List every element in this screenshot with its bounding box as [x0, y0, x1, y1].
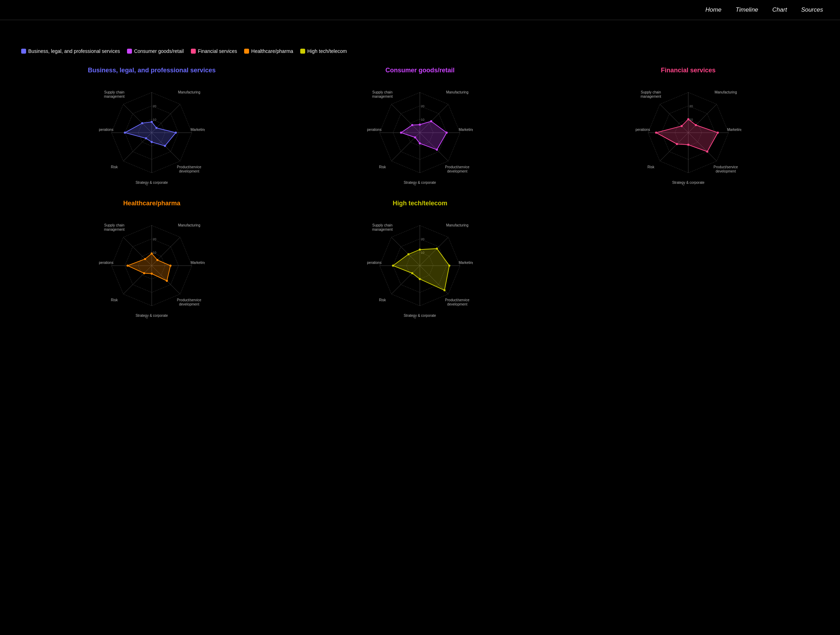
svg-point-105: [444, 289, 445, 291]
chart-wrapper: Consumer goods/retail1020Human resources…: [289, 67, 550, 186]
chart-wrapper: Healthcare/pharma1020Human resourcesManu…: [21, 200, 282, 319]
chart-title: High tech/telecom: [393, 200, 447, 207]
svg-text:20: 20: [153, 237, 156, 241]
svg-marker-57: [656, 119, 718, 152]
chart-title: Healthcare/pharma: [123, 200, 180, 207]
svg-text:20: 20: [421, 104, 425, 108]
svg-point-83: [166, 280, 168, 282]
svg-marker-35: [401, 122, 447, 150]
nav-links: Home Timeline Chart Sources: [706, 6, 823, 13]
svg-point-104: [448, 265, 450, 267]
svg-point-18: [151, 141, 153, 143]
svg-point-65: [681, 125, 683, 127]
svg-point-17: [164, 145, 166, 147]
navbar: Home Timeline Chart Sources: [0, 0, 840, 20]
svg-point-85: [143, 272, 145, 274]
legend: Business, legal, and professional servic…: [21, 48, 819, 54]
legend-item: Business, legal, and professional servic…: [21, 48, 120, 54]
svg-point-59: [695, 124, 697, 126]
chart-wrapper: Financial services1020Human resourcesMan…: [558, 67, 819, 186]
svg-point-107: [411, 272, 414, 274]
legend-item: High tech/telecom: [300, 48, 347, 54]
svg-point-39: [436, 148, 438, 151]
svg-point-106: [419, 278, 421, 280]
chart-title: Business, legal, and professional servic…: [88, 67, 216, 74]
svg-point-36: [419, 123, 421, 126]
svg-point-14: [151, 121, 153, 123]
charts-grid-top: Business, legal, and professional servic…: [21, 67, 819, 186]
svg-point-102: [419, 248, 421, 251]
svg-point-41: [414, 136, 416, 138]
svg-point-43: [411, 124, 414, 126]
chart-wrapper: High tech/telecom1020Human resourcesManu…: [289, 200, 550, 319]
svg-point-86: [127, 265, 129, 267]
svg-point-109: [407, 253, 410, 256]
svg-text:10: 10: [421, 118, 425, 122]
svg-point-64: [655, 131, 657, 134]
svg-point-20: [124, 131, 126, 134]
svg-point-87: [144, 258, 146, 260]
svg-point-38: [445, 131, 448, 134]
svg-point-84: [151, 273, 153, 275]
nav-chart[interactable]: Chart: [772, 6, 787, 13]
svg-point-37: [430, 120, 433, 122]
svg-point-82: [169, 265, 172, 267]
legend-item: Consumer goods/retail: [127, 48, 184, 54]
svg-text:20: 20: [421, 237, 425, 241]
main-content: Business, legal, and professional servic…: [0, 20, 840, 333]
chart-wrapper: Business, legal, and professional servic…: [21, 67, 282, 186]
svg-point-16: [175, 131, 177, 134]
nav-home[interactable]: Home: [706, 6, 722, 13]
svg-point-81: [156, 259, 158, 261]
svg-marker-79: [128, 254, 171, 281]
svg-text:10: 10: [153, 251, 156, 254]
legend-item: Healthcare/pharma: [244, 48, 293, 54]
svg-text:10: 10: [153, 118, 156, 122]
svg-point-62: [687, 144, 689, 146]
svg-point-108: [392, 265, 394, 267]
chart-title: Consumer goods/retail: [385, 67, 455, 74]
charts-grid-bottom: Healthcare/pharma1020Human resourcesManu…: [21, 200, 819, 319]
svg-point-60: [717, 131, 718, 134]
svg-point-15: [156, 127, 158, 129]
svg-point-80: [151, 253, 153, 255]
svg-point-40: [419, 142, 421, 144]
svg-text:20: 20: [689, 104, 693, 108]
svg-point-21: [141, 122, 143, 124]
nav-timeline[interactable]: Timeline: [736, 6, 758, 13]
svg-point-61: [706, 151, 708, 153]
chart-title: Financial services: [661, 67, 715, 74]
svg-point-42: [400, 131, 402, 134]
svg-marker-13: [125, 122, 176, 146]
svg-point-103: [436, 248, 438, 250]
nav-sources[interactable]: Sources: [801, 6, 823, 13]
svg-point-63: [676, 143, 678, 145]
svg-point-58: [687, 118, 689, 120]
svg-text:20: 20: [153, 104, 156, 108]
svg-point-19: [145, 137, 147, 139]
legend-item: Financial services: [191, 48, 237, 54]
